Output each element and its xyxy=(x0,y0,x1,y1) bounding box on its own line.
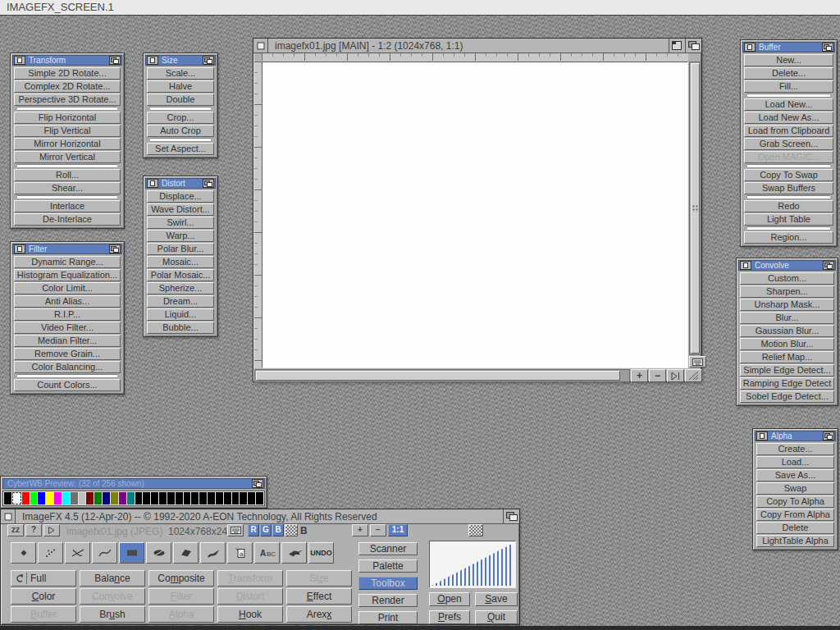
close-icon[interactable] xyxy=(253,39,268,52)
palette-button[interactable]: Load New As... xyxy=(744,112,833,124)
size-palette-titlebar[interactable]: Size xyxy=(145,55,216,66)
run-script-button[interactable] xyxy=(43,524,60,536)
curve-tool[interactable] xyxy=(92,542,117,564)
palette-button[interactable]: Count Colors... xyxy=(14,379,121,391)
depth-icon[interactable] xyxy=(109,244,121,253)
palette-button[interactable]: Simple Edge Detect... xyxy=(740,364,834,377)
zoom-in-button[interactable]: + xyxy=(352,524,368,536)
screen-mode-button[interactable] xyxy=(227,524,244,536)
panel-button[interactable]: Scanner xyxy=(358,542,418,555)
resize-handle[interactable] xyxy=(685,369,702,382)
depth-icon[interactable] xyxy=(109,56,121,65)
palette-button[interactable]: Flip Horizontal xyxy=(14,112,121,124)
line-tool[interactable] xyxy=(65,542,90,564)
action-button[interactable]: Quit xyxy=(475,610,518,624)
color-swatch[interactable] xyxy=(71,492,78,504)
palette-button[interactable]: Relief Map... xyxy=(740,351,834,363)
depth-icon[interactable] xyxy=(203,179,214,188)
close-icon[interactable] xyxy=(740,261,751,270)
distort-palette-titlebar[interactable]: Distort xyxy=(145,178,216,189)
color-swatch[interactable] xyxy=(12,492,21,504)
color-swatch[interactable] xyxy=(176,492,183,504)
color-swatch[interactable] xyxy=(159,492,167,504)
color-swatch[interactable] xyxy=(224,492,231,504)
palette-button[interactable]: Swirl... xyxy=(147,217,214,229)
palette-button[interactable]: Ramping Edge Detect xyxy=(740,377,834,390)
clip-tool[interactable]: a xyxy=(227,542,253,564)
depth-icon[interactable] xyxy=(823,261,834,270)
zoom-window-icon[interactable] xyxy=(669,39,685,52)
undo-button[interactable]: UNDO xyxy=(308,542,334,564)
palette-button[interactable]: R.I.P... xyxy=(14,308,121,321)
palette-button[interactable]: Motion Blur... xyxy=(740,338,834,350)
palette-button[interactable]: Remove Grain... xyxy=(14,348,121,360)
palette-button[interactable]: LightTable Alpha xyxy=(756,535,834,547)
palette-button[interactable]: Color Balancing... xyxy=(14,361,121,373)
depth-icon[interactable] xyxy=(503,509,519,523)
spray-tool[interactable] xyxy=(281,542,307,564)
palette-button[interactable]: Color Limit... xyxy=(14,282,121,294)
palette-button[interactable]: Roll... xyxy=(14,169,121,181)
color-swatch[interactable] xyxy=(38,492,45,504)
palette-button[interactable]: Dynamic Range... xyxy=(14,256,121,268)
panel-button[interactable]: Toolbox xyxy=(358,577,418,590)
color-swatch[interactable] xyxy=(119,492,126,504)
menu-button[interactable]: Composite xyxy=(148,570,214,587)
palette-button[interactable]: Copy To Swap xyxy=(744,169,833,181)
panel-button[interactable]: Render xyxy=(358,594,418,607)
freehand-tool[interactable] xyxy=(200,542,226,564)
palette-button[interactable]: Copy From Alpha xyxy=(756,509,834,521)
panel-button[interactable]: Print xyxy=(358,611,418,624)
keyboard-icon[interactable] xyxy=(689,356,706,368)
palette-button[interactable]: Custom... xyxy=(740,272,834,285)
convolve-palette-titlebar[interactable]: Convolve xyxy=(738,260,836,271)
color-swatch[interactable] xyxy=(248,492,255,504)
color-swatch[interactable] xyxy=(184,492,191,504)
airbrush-tool[interactable] xyxy=(38,542,63,564)
menu-button[interactable]: Transform xyxy=(217,570,283,587)
oval-tool[interactable] xyxy=(146,542,171,564)
palette-button[interactable]: Median Filter... xyxy=(14,335,121,347)
palette-button[interactable]: Grab Screen... xyxy=(744,138,833,150)
palette-button[interactable]: Double xyxy=(147,94,214,106)
toolbar-titlebar[interactable]: ImageFX 4.5 (12-Apr-20) -- © 1992-2020 A… xyxy=(1,509,519,524)
palette-button[interactable]: Complex 2D Rotate... xyxy=(14,80,121,93)
palette-button[interactable]: Polar Mosaic... xyxy=(147,269,214,281)
menu-button[interactable]: Effect xyxy=(286,588,352,605)
menu-button[interactable]: Alpha xyxy=(148,606,214,623)
menu-button[interactable]: Convolve xyxy=(80,588,145,605)
horizontal-scrollbar[interactable] xyxy=(254,369,630,382)
palette-button[interactable]: Sobel Edge Detect... xyxy=(740,390,834,403)
palette-button[interactable]: Scale... xyxy=(147,67,214,80)
image-canvas[interactable] xyxy=(262,62,688,368)
palette-button[interactable]: Delete... xyxy=(744,67,833,80)
color-swatch[interactable] xyxy=(167,492,175,504)
pan-arrow-button[interactable] xyxy=(667,369,684,382)
text-tool[interactable]: ABC xyxy=(254,542,280,564)
channel-red-button[interactable]: R xyxy=(248,524,259,536)
palette-button[interactable]: Mirror Vertical xyxy=(14,151,121,163)
palette-button[interactable]: Redo xyxy=(744,200,833,212)
color-swatch[interactable] xyxy=(199,492,207,504)
color-swatch[interactable] xyxy=(135,492,143,504)
menu-button[interactable]: Distort xyxy=(217,588,283,605)
alpha-palette-titlebar[interactable]: Alpha xyxy=(755,431,836,441)
palette-button[interactable]: Halve xyxy=(147,80,214,93)
polygon-tool[interactable] xyxy=(173,542,199,564)
image-window-titlebar[interactable]: imagefx01.jpg [MAIN] - 1:2 (1024x768, 1:… xyxy=(253,39,701,53)
alpha-channel-button[interactable] xyxy=(285,524,298,536)
depth-icon[interactable] xyxy=(252,479,263,488)
palette-button[interactable]: Shear... xyxy=(14,182,121,194)
zoom-out-button[interactable]: − xyxy=(370,524,386,536)
color-swatch[interactable] xyxy=(79,492,86,504)
palette-button[interactable]: Flip Vertical xyxy=(14,125,121,137)
palette-button[interactable]: Dream... xyxy=(147,295,214,308)
palette-button[interactable]: Crop... xyxy=(147,112,214,124)
color-swatch[interactable] xyxy=(216,492,223,504)
channel-green-button[interactable]: G xyxy=(260,524,272,536)
menu-button[interactable]: Hook xyxy=(217,606,283,623)
palette-button[interactable]: Mirror Horizontal xyxy=(14,138,121,150)
close-icon[interactable] xyxy=(147,56,158,65)
close-icon[interactable] xyxy=(14,56,25,65)
zoom-out-button[interactable]: − xyxy=(649,369,666,382)
